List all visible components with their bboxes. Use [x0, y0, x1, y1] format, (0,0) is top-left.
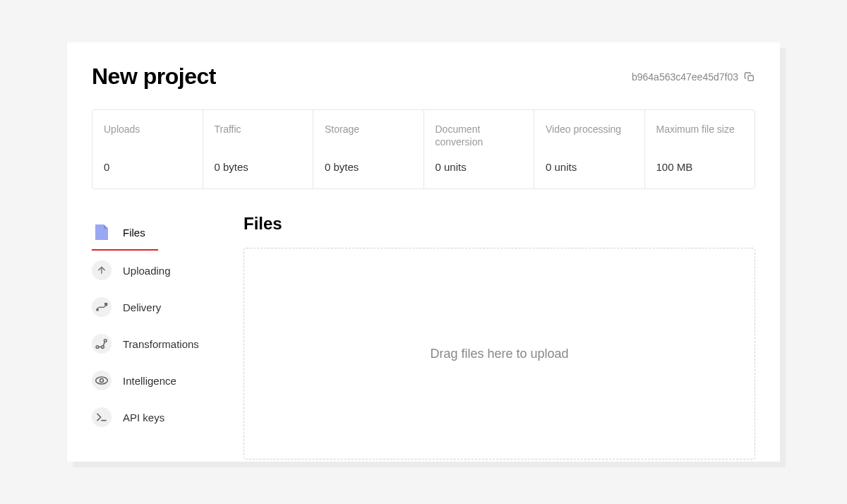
stat-card-max-file-size[interactable]: Maximum file size 100 MB	[645, 110, 755, 188]
svg-point-6	[96, 377, 108, 384]
terminal-icon	[92, 407, 112, 427]
sidebar-item-label: API keys	[123, 412, 164, 424]
stat-label: Document conversion	[435, 123, 523, 148]
stat-card-document-conversion[interactable]: Document conversion 0 units	[424, 110, 535, 188]
sidebar: Files Uploading	[92, 214, 229, 460]
project-id-group: b964a563c47ee45d7f03	[632, 71, 755, 83]
section-title: Files	[244, 214, 755, 234]
stat-label: Storage	[325, 123, 412, 136]
sidebar-item-label: Delivery	[123, 301, 161, 313]
copy-icon[interactable]	[744, 71, 755, 83]
sidebar-item-delivery[interactable]: Delivery	[92, 289, 229, 325]
upload-icon	[92, 260, 112, 280]
svg-point-7	[100, 379, 104, 383]
sidebar-item-label: Files	[123, 227, 145, 239]
stat-value: 0 units	[435, 161, 523, 173]
stat-label: Traffic	[215, 123, 302, 136]
dropzone-text: Drag files here to upload	[430, 347, 568, 361]
sidebar-item-label: Transformations	[123, 338, 199, 350]
sidebar-item-transformations[interactable]: Transformations	[92, 325, 229, 362]
sidebar-item-uploading[interactable]: Uploading	[92, 252, 229, 289]
stat-value: 0 bytes	[325, 161, 412, 173]
sidebar-item-files[interactable]: Files	[92, 214, 158, 251]
stats-row: Uploads 0 Traffic 0 bytes Storage 0 byte…	[92, 109, 755, 189]
page-title: New project	[92, 64, 216, 90]
svg-rect-0	[748, 76, 753, 80]
header: New project b964a563c47ee45d7f03	[92, 64, 755, 90]
stat-label: Video processing	[546, 123, 633, 136]
stat-card-uploads[interactable]: Uploads 0	[92, 110, 203, 188]
sidebar-item-api-keys[interactable]: API keys	[92, 399, 229, 436]
stat-card-traffic[interactable]: Traffic 0 bytes	[203, 110, 314, 188]
sidebar-item-label: Intelligence	[123, 375, 176, 387]
page-wrapper: New project b964a563c47ee45d7f03 Uploads…	[67, 42, 780, 462]
transformations-icon	[92, 334, 112, 354]
sidebar-item-intelligence[interactable]: Intelligence	[92, 362, 229, 399]
stat-label: Uploads	[104, 123, 191, 136]
delivery-icon	[92, 297, 112, 317]
stat-card-video-processing[interactable]: Video processing 0 units	[534, 110, 645, 188]
svg-point-3	[96, 346, 99, 349]
stat-label: Maximum file size	[656, 123, 744, 136]
main-area: Files Drag files here to upload	[244, 214, 755, 460]
intelligence-icon	[92, 371, 112, 390]
sidebar-item-label: Uploading	[123, 265, 171, 277]
stat-value: 0	[104, 161, 191, 173]
stat-value: 0 bytes	[215, 161, 302, 173]
stat-value: 0 units	[546, 161, 633, 173]
file-icon	[92, 222, 112, 242]
stat-card-storage[interactable]: Storage 0 bytes	[313, 110, 424, 188]
content-area: Files Uploading	[92, 214, 755, 460]
project-id-text: b964a563c47ee45d7f03	[632, 71, 738, 83]
stat-value: 100 MB	[656, 161, 744, 173]
upload-dropzone[interactable]: Drag files here to upload	[244, 248, 755, 460]
